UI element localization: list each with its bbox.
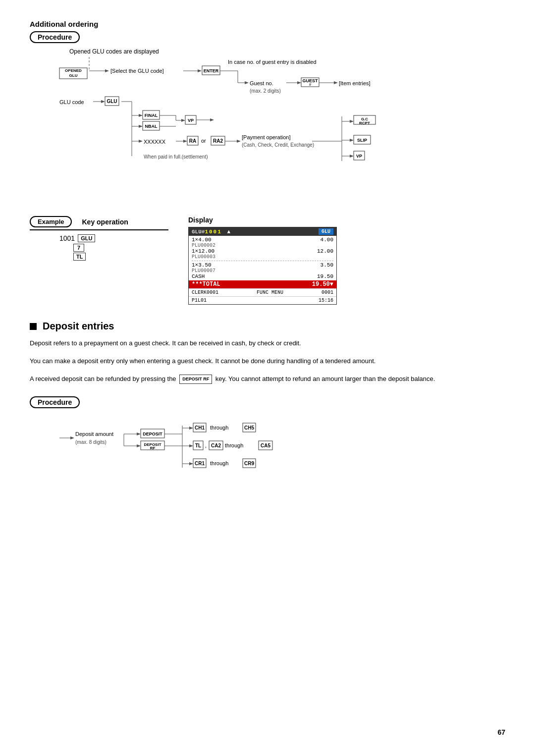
flow-diagram-1: Opened GLU codes are displayed OPENED GL…	[30, 48, 505, 207]
svg-text:SLIP: SLIP	[357, 138, 367, 143]
svg-text:or: or	[201, 138, 206, 144]
procedure-badge-1: Procedure	[30, 31, 80, 43]
svg-text:[Payment operation]: [Payment operation]	[242, 134, 290, 140]
display-screen: GLU#1001 ▲ GLU 1×4.004.00 PLU00002 1×12.…	[188, 227, 337, 305]
svg-text:Deposit amount: Deposit amount	[75, 431, 113, 437]
svg-text:(max. 8 digits): (max. 8 digits)	[75, 439, 107, 445]
svg-text:VP: VP	[356, 154, 362, 159]
display-row-1b: PLU00002	[192, 243, 333, 248]
key-sequence: 1001 GLU 7 TL	[30, 234, 168, 261]
svg-text:CH5: CH5	[244, 425, 254, 431]
display-row-3: 1×3.503.50	[192, 262, 333, 268]
glu-button[interactable]: GLU	[319, 228, 333, 235]
svg-text:[Select the GLU code]: [Select the GLU code]	[110, 68, 164, 74]
clerk-id: CLERK0001	[192, 290, 218, 295]
display-num: 0001	[321, 290, 333, 295]
display-row-2: 1×12.0012.00	[192, 248, 333, 254]
triangle-icon: ▲	[227, 229, 230, 235]
page-number: 67	[497, 728, 505, 736]
svg-text:GLU: GLU	[69, 73, 78, 78]
key-7: 7	[73, 244, 84, 252]
display-footer2: P1L01 15:16	[189, 296, 336, 304]
black-square-icon	[30, 323, 37, 330]
svg-text:CA2: CA2	[211, 443, 221, 448]
procedure-badge-2: Procedure	[30, 396, 80, 408]
display-divider	[192, 261, 333, 261]
glu-opened-text: Opened GLU codes are displayed	[69, 48, 505, 55]
display-area: Display GLU#1001 ▲ GLU 1×4.004.00 PLU000…	[188, 216, 337, 305]
display-total: ***TOTAL19.50▼	[189, 280, 336, 288]
glu-key: GLU	[78, 234, 95, 242]
key-operation-label: Key operation	[82, 218, 128, 226]
svg-text:TL: TL	[195, 443, 201, 448]
svg-text:through: through	[225, 442, 243, 448]
svg-text:DEPOSIT: DEPOSIT	[143, 432, 162, 436]
display-row-1: 1×4.004.00	[192, 237, 333, 243]
svg-text:FINAL: FINAL	[145, 113, 158, 118]
key-tl: TL	[73, 253, 86, 261]
svg-text:NBAL: NBAL	[145, 124, 158, 129]
svg-text:GLU: GLU	[107, 99, 117, 104]
svg-text:CR9: CR9	[244, 461, 254, 466]
example-section: Example Key operation 1001 GLU 7 TL Disp…	[30, 216, 505, 305]
svg-text:(Cash, Check, Credit, Exchange: (Cash, Check, Credit, Exchange)	[242, 142, 314, 148]
svg-text:VP: VP	[188, 118, 194, 123]
display-label: Display	[188, 216, 337, 224]
svg-text:,: ,	[205, 442, 207, 448]
additional-ordering-title: Additional ordering	[30, 20, 505, 28]
deposit-desc-2: You can make a deposit entry only when e…	[30, 356, 505, 367]
glu-value: 1001	[205, 229, 221, 235]
example-left: Example Key operation 1001 GLU 7 TL	[30, 216, 168, 261]
deposit-entries-section: Deposit entries Deposit refers to a prep…	[30, 321, 505, 484]
svg-text:#: #	[309, 82, 312, 87]
deposit-desc-3: A received deposit can be refunded by pr…	[30, 374, 505, 384]
deposit-desc-1: Deposit refers to a prepayment on a gues…	[30, 338, 505, 349]
additional-ordering-section: Additional ordering Procedure Opened GLU…	[30, 20, 505, 305]
svg-text:ENTER: ENTER	[204, 68, 219, 73]
display-row-cash: CASH19.50	[192, 273, 333, 279]
display-row-2b: PLU00003	[192, 254, 333, 260]
svg-text:RF: RF	[150, 446, 156, 450]
svg-text:through: through	[210, 425, 228, 431]
svg-text:RA2: RA2	[213, 138, 223, 144]
svg-text:CR1: CR1	[195, 461, 205, 466]
display-footer: CLERK0001 FUNC MENU 0001	[189, 288, 336, 296]
flow-svg-1: OPENED GLU [Select the GLU code] ENTER I…	[45, 57, 520, 206]
key-value: 1001	[59, 234, 75, 242]
deposit-desc-3-prefix: A received deposit can be refunded by pr…	[30, 375, 176, 382]
svg-text:CH1: CH1	[195, 425, 205, 431]
svg-text:RA: RA	[189, 138, 196, 144]
deposit-rf-key-inline: DEPOSIT RF	[179, 375, 212, 384]
svg-text:OPENED: OPENED	[65, 68, 82, 73]
svg-text:Guest no.: Guest no.	[250, 80, 273, 86]
svg-text:CA5: CA5	[261, 443, 270, 448]
svg-text:[Item entries]: [Item entries]	[339, 80, 371, 86]
func-menu: FUNC MENU	[257, 290, 283, 295]
p1l01: P1L01	[192, 298, 207, 303]
deposit-flow-svg: Deposit amount (max. 8 digits) DEPOSIT D…	[59, 418, 406, 483]
svg-text:(max. 2 digits): (max. 2 digits)	[250, 88, 281, 94]
glu-number: GLU#1001 ▲	[192, 229, 230, 235]
example-header: Example Key operation	[30, 216, 168, 230]
display-time: 15:16	[319, 298, 333, 303]
svg-text:XXXXXX: XXXXXX	[144, 139, 166, 145]
svg-text:RCPT: RCPT	[359, 121, 370, 125]
svg-text:When paid in full.(settlement): When paid in full.(settlement)	[144, 154, 208, 160]
deposit-title: Deposit entries	[30, 321, 505, 332]
example-badge: Example	[30, 216, 72, 227]
deposit-flow-diagram: Deposit amount (max. 8 digits) DEPOSIT D…	[59, 418, 505, 484]
glu-text: GLU#	[192, 229, 205, 235]
display-row-3b: PLU00007	[192, 268, 333, 273]
deposit-desc-3-suffix: key. You cannot attempt to refund an amo…	[215, 375, 435, 382]
display-header-row: GLU#1001 ▲ GLU	[189, 227, 336, 236]
display-body: 1×4.004.00 PLU00002 1×12.0012.00 PLU0000…	[189, 236, 336, 280]
svg-text:GLU code: GLU code	[59, 99, 84, 105]
svg-text:In case no. of guest entry is : In case no. of guest entry is disabled	[228, 59, 317, 65]
svg-text:through: through	[210, 460, 228, 466]
